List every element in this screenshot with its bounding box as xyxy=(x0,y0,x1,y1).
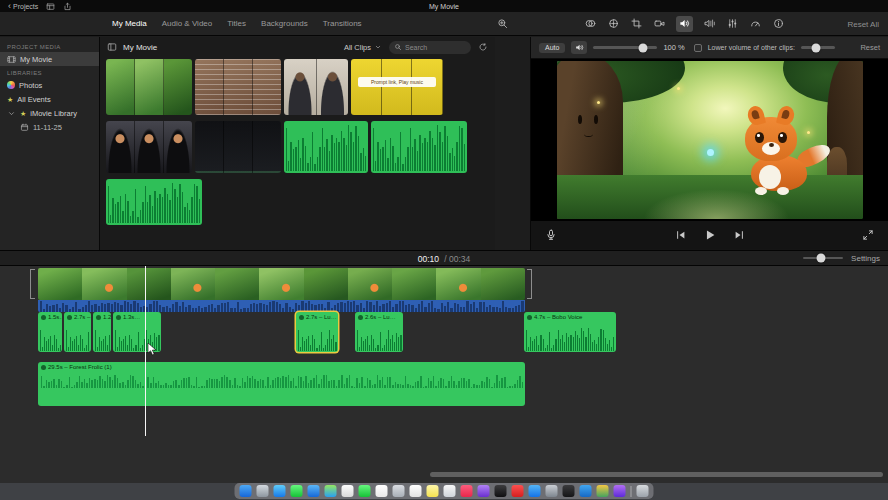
ducking-slider-knob[interactable] xyxy=(812,43,821,52)
media-thumbnail-person-light[interactable] xyxy=(284,59,348,115)
tab-titles[interactable]: Titles xyxy=(227,19,246,28)
voiceover-mic-icon[interactable] xyxy=(545,229,557,241)
media-thumbnail-audio[interactable] xyxy=(106,179,202,225)
search-box[interactable] xyxy=(389,41,471,54)
timeline-settings-button[interactable]: Settings xyxy=(851,254,880,263)
clips-filter-dropdown[interactable]: All Clips xyxy=(344,43,382,52)
media-thumbnail-audio[interactable] xyxy=(284,121,368,173)
playhead[interactable] xyxy=(145,266,146,436)
chevron-down-icon[interactable] xyxy=(7,109,16,118)
panel-toggle-icon[interactable] xyxy=(107,42,117,52)
tab-my-media[interactable]: My Media xyxy=(112,19,147,28)
playback-controls xyxy=(531,221,888,249)
sidebar-item-photos[interactable]: Photos xyxy=(0,78,99,92)
next-frame-button[interactable] xyxy=(733,229,745,241)
media-thumbnail-screen[interactable] xyxy=(195,121,281,173)
tab-audio-video[interactable]: Audio & Video xyxy=(162,19,213,28)
timeline-audio-clip[interactable]: 2.6s – Lu… xyxy=(355,312,403,352)
noise-reduction-icon[interactable] xyxy=(703,17,716,30)
sidebar-item-event-11-11-25[interactable]: 11-11-25 xyxy=(0,120,99,134)
timeline-background-music-clip[interactable]: 29.5s – Forest Frolic (1) xyxy=(38,362,525,406)
speed-icon[interactable] xyxy=(749,17,762,30)
dock-messages-icon[interactable] xyxy=(291,485,303,497)
titlebar: ‹ Projects My Movie xyxy=(0,0,888,12)
dock-freeform-icon[interactable] xyxy=(444,485,456,497)
dock-chrome-icon[interactable] xyxy=(597,485,609,497)
reset-all-button[interactable]: Reset All xyxy=(847,20,879,29)
volume-icon[interactable] xyxy=(676,16,693,32)
dock-maps-icon[interactable] xyxy=(325,485,337,497)
play-button[interactable] xyxy=(703,228,717,242)
info-icon[interactable] xyxy=(772,17,785,30)
share-icon[interactable] xyxy=(63,2,72,11)
film-frame xyxy=(253,121,281,173)
dock-terminal-icon[interactable] xyxy=(563,485,575,497)
stabilization-icon[interactable] xyxy=(653,17,666,30)
auto-button[interactable]: Auto xyxy=(539,43,565,53)
dock-podcasts-icon[interactable] xyxy=(478,485,490,497)
speaker-icon[interactable] xyxy=(571,41,587,54)
dock-photos-icon[interactable] xyxy=(342,485,354,497)
timeline-audio-clip[interactable]: 2.7s – L… xyxy=(64,312,91,352)
reset-button[interactable]: Reset xyxy=(860,43,880,52)
timeline-audio-clip[interactable]: 2.7s – Lu… xyxy=(296,312,338,352)
color-balance-icon[interactable] xyxy=(584,17,597,30)
dock-vscode-icon[interactable] xyxy=(580,485,592,497)
previous-frame-button[interactable] xyxy=(675,229,687,241)
refresh-icon[interactable] xyxy=(478,42,488,52)
dock-music-icon[interactable] xyxy=(461,485,473,497)
video-preview[interactable] xyxy=(557,61,863,219)
tab-transitions[interactable]: Transitions xyxy=(323,19,362,28)
photos-icon xyxy=(7,81,15,89)
volume-slider[interactable] xyxy=(593,46,657,49)
timeline-audio-clip[interactable]: 1.2… xyxy=(93,312,111,352)
ducking-slider[interactable] xyxy=(801,46,835,49)
dock-safari-icon[interactable] xyxy=(274,485,286,497)
timeline-audio-clip[interactable]: 4.7s – Bobo Voice xyxy=(524,312,616,352)
fullscreen-icon[interactable] xyxy=(862,229,874,241)
crop-icon[interactable] xyxy=(630,17,643,30)
imovie-app-window: ‹ Projects My Movie My MediaAudio & Vide… xyxy=(0,0,888,500)
clip-zoom-knob[interactable] xyxy=(817,254,826,263)
volume-slider-knob[interactable] xyxy=(639,43,648,52)
media-thumbnail-notes[interactable] xyxy=(195,59,281,115)
toolbar: My MediaAudio & VideoTitlesBackgroundsTr… xyxy=(0,12,888,36)
media-thumbnail-promo[interactable]: Prompt link, Play music xyxy=(351,59,443,115)
dock-imovie-icon[interactable] xyxy=(614,485,626,497)
media-thumbnail-forest[interactable] xyxy=(106,59,192,115)
sidebar-item-my-movie[interactable]: My Movie xyxy=(0,52,99,66)
back-to-projects-button[interactable]: ‹ Projects xyxy=(8,2,38,11)
color-correction-icon[interactable] xyxy=(607,17,620,30)
clip-label-row: 1.3s… xyxy=(113,312,161,322)
dock-facetime-icon[interactable] xyxy=(359,485,371,497)
sidebar-item-imovie-library[interactable]: ★ iMovie Library xyxy=(0,106,99,120)
horizontal-scrollbar[interactable] xyxy=(430,472,883,477)
audio-badge-icon xyxy=(67,315,72,320)
media-thumbnail-person-dark[interactable] xyxy=(106,121,192,173)
dock-news-icon[interactable] xyxy=(512,485,524,497)
browser-zoom-icon[interactable] xyxy=(497,18,508,29)
dock-reminders-icon[interactable] xyxy=(410,485,422,497)
dock-finder-icon[interactable] xyxy=(240,485,252,497)
dock-contacts-icon[interactable] xyxy=(393,485,405,497)
timeline-audio-clip[interactable]: 1.5s… xyxy=(38,312,62,352)
sidebar-item-all-events[interactable]: ★ All Events xyxy=(0,92,99,106)
tab-backgrounds[interactable]: Backgrounds xyxy=(261,19,308,28)
media-library-icon[interactable] xyxy=(46,2,55,11)
clip-zoom-slider[interactable] xyxy=(803,257,843,260)
dock-launchpad-icon[interactable] xyxy=(257,485,269,497)
dock-notes-icon[interactable] xyxy=(427,485,439,497)
window-title: My Movie xyxy=(429,3,459,10)
equalizer-icon[interactable] xyxy=(726,17,739,30)
dock-tv-icon[interactable] xyxy=(495,485,507,497)
lower-volume-checkbox[interactable] xyxy=(694,44,702,52)
timeline[interactable]: 1.5s…2.7s – L…1.2…1.3s…2.7s – Lu…2.6s – … xyxy=(0,266,888,483)
search-input[interactable] xyxy=(405,44,465,51)
dock-calendar-icon[interactable] xyxy=(376,485,388,497)
dock-mail-icon[interactable] xyxy=(308,485,320,497)
dock-trash-icon[interactable] xyxy=(637,485,649,497)
media-thumbnail-audio[interactable] xyxy=(371,121,467,173)
dock-appstore-icon[interactable] xyxy=(529,485,541,497)
dock-settings-icon[interactable] xyxy=(546,485,558,497)
desktop-strip xyxy=(0,483,888,500)
